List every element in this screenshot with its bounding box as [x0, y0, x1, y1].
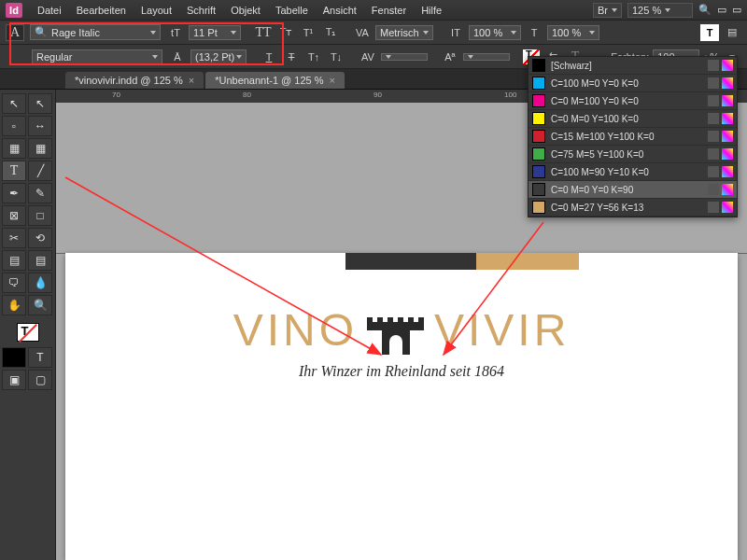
- swatch-row[interactable]: C=75 M=5 Y=100 K=0: [529, 146, 737, 163]
- char-panel-icon[interactable]: A: [6, 24, 24, 41]
- close-icon[interactable]: ×: [330, 75, 335, 86]
- fill-stroke-control[interactable]: T: [2, 323, 53, 342]
- menu-hilfe[interactable]: Hilfe: [414, 3, 449, 18]
- swatch-type-icons: [708, 113, 733, 124]
- gradient-swatch-tool[interactable]: ▤: [2, 250, 26, 271]
- swatch-type-icons: [708, 184, 733, 195]
- rectangle-frame-tool[interactable]: ⊠: [2, 205, 26, 226]
- normal-view-icon[interactable]: ▣: [2, 370, 26, 390]
- gap-tool[interactable]: ↔: [28, 116, 52, 136]
- font-size-icon: tT: [166, 24, 185, 41]
- search-icon[interactable]: 🔍: [698, 4, 712, 16]
- document-tab[interactable]: *vinovivir.indd @ 125 %×: [65, 72, 204, 89]
- vscale-field[interactable]: 100 %: [547, 25, 599, 40]
- menu-fenster[interactable]: Fenster: [364, 3, 414, 18]
- swatch-row[interactable]: [Schwarz]: [529, 57, 737, 75]
- tagline-text[interactable]: Ihr Winzer im Rheinland seit 1864: [65, 363, 738, 380]
- swatch-type-icons: [708, 77, 733, 89]
- document-tab[interactable]: *Unbenannt-1 @ 125 %×: [205, 72, 345, 89]
- subscript-icon[interactable]: T₁: [321, 24, 340, 41]
- leading-field[interactable]: (13,2 Pt): [190, 49, 247, 64]
- type-on-fill-icon[interactable]: T: [700, 24, 719, 41]
- swatch-row[interactable]: C=0 M=0 Y=0 K=90: [529, 181, 737, 199]
- leading-icon: Ā: [168, 49, 187, 65]
- swatch-row[interactable]: C=0 M=100 Y=0 K=0: [529, 92, 737, 110]
- view-mode-icon[interactable]: ▭: [717, 4, 726, 16]
- gradient-feather-tool[interactable]: ▤: [28, 250, 52, 271]
- zoom-tool[interactable]: 🔍: [28, 295, 52, 315]
- brand-left: VINO: [233, 305, 358, 355]
- menubar: Id DateiBearbeitenLayoutSchriftObjektTab…: [0, 0, 747, 21]
- brand-right: VIVIR: [434, 305, 570, 355]
- free-transform-tool[interactable]: ⟲: [28, 228, 52, 248]
- swatch-row[interactable]: C=0 M=27 Y=56 K=13: [529, 199, 737, 217]
- content-collector-tool[interactable]: ▦: [2, 138, 26, 159]
- superscript-icon[interactable]: T¹: [299, 24, 317, 41]
- swatch-name: C=0 M=0 Y=0 K=90: [551, 185, 702, 195]
- swatch-chip: [532, 59, 545, 72]
- menu-layout[interactable]: Layout: [134, 3, 179, 18]
- char-panel-menu-icon[interactable]: ▤: [723, 24, 741, 41]
- swatch-row[interactable]: C=100 M=0 Y=0 K=0: [529, 75, 737, 92]
- scissors-tool[interactable]: ✂: [2, 228, 26, 248]
- menu-ansicht[interactable]: Ansicht: [316, 3, 364, 18]
- selection-tool[interactable]: ↖: [2, 93, 26, 114]
- tracking-field[interactable]: [381, 53, 428, 61]
- preview-icon[interactable]: ▢: [28, 370, 52, 390]
- rectangle-tool[interactable]: □: [28, 205, 52, 226]
- swatch-row[interactable]: C=0 M=0 Y=100 K=0: [529, 110, 737, 128]
- character-toolbar-row-1: A 🔍Rage Italic tT 11 Pt TT Tᴛ T¹ T₁ VA M…: [0, 21, 747, 45]
- pencil-tool[interactable]: ✎: [28, 183, 52, 203]
- line-tool[interactable]: ╱: [28, 161, 52, 181]
- swatch-type-icons: [708, 60, 733, 71]
- baseline-shift-field[interactable]: [463, 53, 510, 61]
- direct-selection-tool[interactable]: ↖: [28, 93, 52, 114]
- strike-icon[interactable]: T: [282, 49, 301, 65]
- page-tool[interactable]: ▫: [2, 116, 26, 136]
- ruler-mark: 80: [243, 91, 251, 99]
- swatch-type-icons: [708, 202, 733, 213]
- menu-datei[interactable]: Datei: [30, 3, 69, 18]
- menu-bearbeiten[interactable]: Bearbeiten: [69, 3, 134, 18]
- swatch-name: C=0 M=27 Y=56 K=13: [551, 203, 702, 213]
- font-size-field[interactable]: 11 Pt: [189, 25, 241, 40]
- swatch-chip: [532, 130, 545, 143]
- menu-objekt[interactable]: Objekt: [223, 3, 268, 18]
- menu-schrift[interactable]: Schrift: [179, 3, 223, 18]
- small-caps-icon[interactable]: Tᴛ: [276, 24, 295, 41]
- tracking-icon: AV: [359, 49, 377, 65]
- all-caps-icon[interactable]: TT: [254, 24, 273, 41]
- screen-mode-icon[interactable]: ▭: [732, 4, 741, 16]
- swatch-chip: [532, 165, 545, 178]
- kerning-icon: VA: [353, 24, 372, 41]
- note-tool[interactable]: 🗨: [2, 273, 26, 293]
- swatch-chip: [532, 183, 545, 196]
- swatch-chip: [532, 201, 545, 214]
- apply-none-icon[interactable]: T: [28, 347, 52, 368]
- hscale-field[interactable]: 100 %: [469, 25, 521, 40]
- br-dropdown[interactable]: Br: [593, 3, 622, 18]
- hand-tool[interactable]: ✋: [2, 295, 26, 315]
- swatch-row[interactable]: C=100 M=90 Y=10 K=0: [529, 163, 737, 181]
- content-placer-tool[interactable]: ▦: [28, 138, 52, 159]
- menu-tabelle[interactable]: Tabelle: [268, 3, 316, 18]
- pen-tool[interactable]: ✒: [2, 183, 26, 203]
- font-family-field[interactable]: 🔍Rage Italic: [30, 24, 161, 40]
- ruler-mark: 90: [374, 91, 382, 99]
- apply-color-icon[interactable]: [2, 347, 26, 368]
- kerning-field[interactable]: Metrisch: [375, 25, 433, 40]
- document-page: VINOVIVIR Ihr Winzer im Rheinland seit 1…: [65, 253, 738, 560]
- swatch-row[interactable]: C=15 M=100 Y=100 K=0: [529, 128, 737, 146]
- swatch-name: C=100 M=90 Y=10 K=0: [551, 167, 702, 177]
- vscale-icon: T: [525, 24, 543, 41]
- type-tool[interactable]: T: [2, 161, 26, 181]
- close-icon[interactable]: ×: [189, 75, 194, 86]
- font-style-field[interactable]: Regular: [32, 49, 162, 64]
- baseline-super-icon[interactable]: T↑: [304, 49, 323, 65]
- underline-icon[interactable]: T: [260, 49, 278, 65]
- baseline-sub-icon[interactable]: T↓: [327, 49, 345, 65]
- eyedropper-tool[interactable]: 💧: [28, 273, 52, 293]
- header-bar: [345, 253, 579, 270]
- ruler-mark: 100: [504, 91, 516, 99]
- zoom-dropdown[interactable]: 125 %: [627, 3, 693, 18]
